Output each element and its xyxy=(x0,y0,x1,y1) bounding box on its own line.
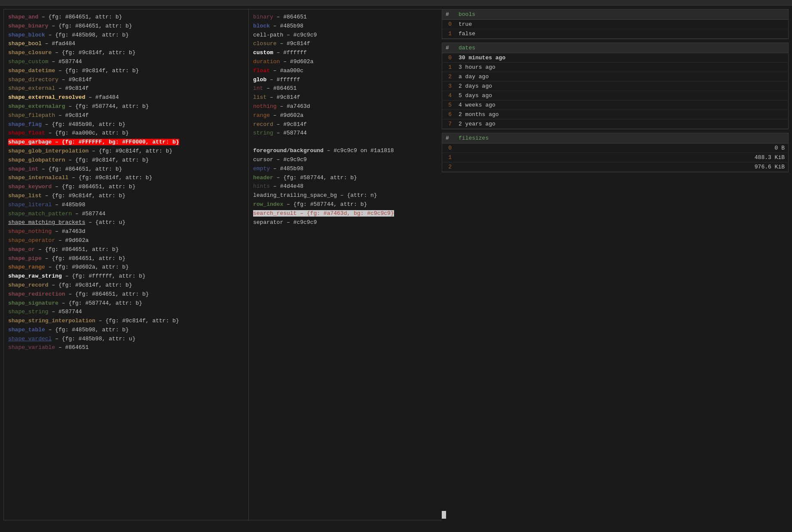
dates-table: # dates 030 minutes ago13 hours ago2a da… xyxy=(442,43,789,129)
bools-table: # bools 0true1false xyxy=(442,9,789,39)
table-row: 13 hours ago xyxy=(442,63,788,72)
list-item: shape_float – {fg: #aa000c, attr: b} xyxy=(8,129,244,138)
list-item: shape_table – {fg: #485b98, attr: b} xyxy=(8,326,244,335)
list-item: shape_closure – {fg: #9c814f, attr: b} xyxy=(8,49,244,58)
row-val: 2 months ago xyxy=(455,110,788,119)
row-val: a day ago xyxy=(455,72,788,82)
filesizes-num-header: # xyxy=(442,133,455,144)
row-num: 2 xyxy=(442,72,455,82)
theme-title-bar xyxy=(0,0,792,6)
list-item: shape_string_interpolation – {fg: #9c814… xyxy=(8,317,244,326)
list-item: shape_redirection – {fg: #864651, attr: … xyxy=(8,290,244,299)
row-val: false xyxy=(455,29,788,39)
right-panel: # bools 0true1false # dates 030 minutes … xyxy=(442,9,789,520)
list-item: leading_trailing_space_bg – {attr: n} xyxy=(253,191,437,200)
list-item: shape_and – {fg: #864651, attr: b} xyxy=(8,13,244,22)
list-item: shape_signature – {fg: #587744, attr: b} xyxy=(8,299,244,308)
list-item: cell-path – #c9c9c9 xyxy=(253,31,437,40)
list-item: shape_literal – #485b98 xyxy=(8,201,244,210)
list-item: record – #9c814f xyxy=(253,120,437,129)
row-num: 0 xyxy=(442,53,455,63)
row-val: 2 years ago xyxy=(455,119,788,129)
list-item: custom – #ffffff xyxy=(253,49,437,58)
list-item: float – #aa000c xyxy=(253,67,437,76)
table-row: 45 days ago xyxy=(442,91,788,101)
filesizes-val-header: filesizes xyxy=(455,133,788,144)
list-item: shape_glob_interpolation – {fg: #9c814f,… xyxy=(8,147,244,156)
list-item: row_index – {fg: #587744, attr: b} xyxy=(253,200,437,209)
row-num: 5 xyxy=(442,101,455,110)
table-row: 54 weeks ago xyxy=(442,101,788,110)
left-panel: shape_and – {fg: #864651, attr: b}shape_… xyxy=(3,9,248,520)
bools-num-header: # xyxy=(442,9,455,20)
list-item: shape_block – {fg: #485b98, attr: b} xyxy=(8,31,244,40)
table-row: 1488.3 KiB xyxy=(442,153,788,162)
table-row: 72 years ago xyxy=(442,119,788,129)
row-num: 1 xyxy=(442,29,455,39)
list-item: shape_record – {fg: #9c814f, attr: b} xyxy=(8,281,244,290)
row-val: 30 minutes ago xyxy=(455,53,788,63)
list-item: shape_internalcall – {fg: #9c814f, attr:… xyxy=(8,174,244,183)
list-item: shape_bool – #fad484 xyxy=(8,40,244,49)
list-item: shape_vardecl – {fg: #485b98, attr: u} xyxy=(8,335,244,344)
bools-val-header: bools xyxy=(455,9,788,20)
list-item: shape_external_resolved – #fad484 xyxy=(8,93,244,102)
dates-num-header: # xyxy=(442,43,455,53)
list-item: shape_directory – #9c814f xyxy=(8,76,244,85)
row-val: true xyxy=(455,20,788,29)
list-item: glob – #ffffff xyxy=(253,76,437,85)
list-item: hints – #4d4e48 xyxy=(253,182,437,191)
table-row: 030 minutes ago xyxy=(442,53,788,63)
list-item: shape_int – {fg: #864651, attr: b} xyxy=(8,165,244,174)
row-num: 1 xyxy=(442,153,455,162)
row-val: 488.3 KiB xyxy=(455,153,788,162)
list-item: shape_externalarg – {fg: #587744, attr: … xyxy=(8,102,244,111)
row-num: 1 xyxy=(442,63,455,72)
row-num: 6 xyxy=(442,110,455,119)
filesizes-table: # filesizes 00 B1488.3 KiB2976.6 KiB xyxy=(442,133,789,172)
list-item: shape_matching_brackets – {attr: u} xyxy=(8,218,244,227)
list-item: shape_range – {fg: #9d602a, attr: b} xyxy=(8,263,244,272)
list-item: shape_keyword – {fg: #864651, attr: b} xyxy=(8,183,244,192)
table-row: 00 B xyxy=(442,144,788,153)
list-item: duration – #9d602a xyxy=(253,58,437,67)
list-item: shape_globpattern – {fg: #9c814f, attr: … xyxy=(8,156,244,165)
list-item: shape_binary – {fg: #864651, attr: b} xyxy=(8,22,244,31)
list-item: empty – #485b98 xyxy=(253,165,437,174)
row-num: 0 xyxy=(442,144,455,153)
row-num: 3 xyxy=(442,82,455,91)
row-val: 0 B xyxy=(455,144,788,153)
list-item: int – #864651 xyxy=(253,84,437,93)
row-num: 2 xyxy=(442,162,455,172)
list-item: shape_variable – #864651 xyxy=(8,343,244,352)
row-val: 4 weeks ago xyxy=(455,101,788,110)
list-item: shape_nothing – #a7463d xyxy=(8,227,244,236)
row-val: 5 days ago xyxy=(455,91,788,101)
list-item: search_result – {fg: #a7463d, bg: #c9c9c… xyxy=(253,209,437,218)
list-item: shape_match_pattern – #587744 xyxy=(8,210,244,219)
list-item: shape_garbage – {fg: #FFFFFF, bg: #FF000… xyxy=(8,138,244,147)
table-row: 2976.6 KiB xyxy=(442,162,788,172)
list-item: shape_string – #587744 xyxy=(8,308,244,317)
table-row: 1false xyxy=(442,29,788,39)
table-row: 0true xyxy=(442,20,788,29)
row-val: 2 days ago xyxy=(455,82,788,91)
row-num: 7 xyxy=(442,119,455,129)
list-item: foreground/background – #c9c9c9 on #1a18… xyxy=(253,147,437,156)
list-item: shape_filepath – #9c814f xyxy=(8,111,244,120)
list-item: shape_external – #9c814f xyxy=(8,84,244,93)
row-num: 4 xyxy=(442,91,455,101)
list-item: header – {fg: #587744, attr: b} xyxy=(253,174,437,183)
table-row: 32 days ago xyxy=(442,82,788,91)
list-item: closure – #9c814f xyxy=(253,40,437,49)
list-item: cursor – #c9c9c9 xyxy=(253,156,437,165)
row-val: 3 hours ago xyxy=(455,63,788,72)
dates-val-header: dates xyxy=(455,43,788,53)
list-item: range – #9d602a xyxy=(253,111,437,120)
list-item: shape_custom – #587744 xyxy=(8,58,244,67)
list-item: shape_operator – #9d602a xyxy=(8,236,244,245)
list-item: binary – #864651 xyxy=(253,13,437,22)
list-item: nothing – #a7463d xyxy=(253,102,437,111)
list-item: block – #485b98 xyxy=(253,22,437,31)
table-row: 2a day ago xyxy=(442,72,788,82)
